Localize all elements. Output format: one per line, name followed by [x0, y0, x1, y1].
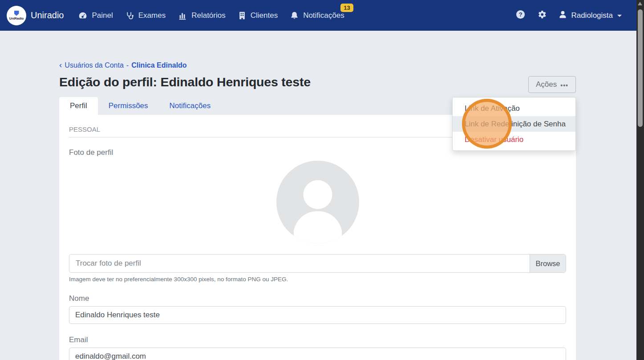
scrollbar[interactable] [636, 0, 644, 360]
help-icon: ? [515, 9, 526, 21]
gear-icon [537, 9, 547, 21]
profile-panel: PESSOAL Foto de perfil Browse [59, 115, 576, 360]
nav-item-relatorios[interactable]: Relatórios [178, 11, 226, 20]
nav-label-painel: Painel [92, 11, 113, 20]
help-button[interactable]: ? [515, 9, 526, 21]
bell-icon [290, 11, 299, 20]
name-field-row: Nome [69, 294, 566, 324]
name-label: Nome [69, 294, 566, 303]
nav-label-notificacoes: Notificações [303, 11, 344, 20]
breadcrumb-back-link[interactable]: Usuários da Conta [65, 61, 124, 69]
breadcrumb-separator: - [126, 61, 129, 69]
tab-perfil[interactable]: Perfil [59, 97, 98, 115]
navbar-right: ? Radiologista [515, 9, 622, 21]
stethoscope-icon [125, 11, 134, 20]
email-label: Email [69, 336, 566, 344]
uniradio-logo-icon: UniRadio [7, 6, 26, 25]
actions-dropdown-menu: Link de Ativação Link de Redefinição de … [452, 97, 576, 151]
caret-down-icon [617, 15, 622, 17]
dashboard-icon [78, 11, 88, 20]
photo-file-field: Browse [69, 254, 566, 273]
svg-text:?: ? [519, 11, 522, 18]
nav-item-clientes[interactable]: Clientes [238, 11, 278, 20]
settings-button[interactable] [537, 9, 547, 21]
menu-item-link-redefinicao-senha[interactable]: Link de Redefinição de Senha [453, 116, 575, 132]
tab-permissoes[interactable]: Permissões [98, 97, 159, 115]
avatar-container [69, 161, 566, 245]
bar-chart-icon [178, 11, 187, 20]
scroll-up-arrow-icon[interactable] [638, 2, 642, 5]
nav-items: Painel Exames Relatórios Clientes [78, 11, 344, 20]
nav-item-notificacoes[interactable]: Notificações 13 [290, 11, 344, 20]
building-icon [238, 11, 247, 20]
breadcrumb: ‹ Usuários da Conta - Clinica Edinaldo [59, 61, 576, 69]
photo-help-text: Imagem deve ter no preferencialmente 300… [69, 276, 566, 283]
nav-item-exames[interactable]: Exames [125, 11, 166, 20]
page-title: Edição do perfil: Edinaldo Henriques tes… [59, 75, 576, 89]
email-field-row: Email [69, 336, 566, 360]
breadcrumb-account-link[interactable]: Clinica Edinaldo [131, 61, 186, 69]
nav-label-clientes: Clientes [251, 11, 278, 20]
chevron-left-icon: ‹ [59, 62, 62, 68]
scrollbar-thumb[interactable] [638, 9, 643, 127]
top-navbar: UniRadio Uniradio Painel Exames [0, 0, 636, 31]
menu-item-desativar-usuario[interactable]: Desativar usuário [453, 132, 575, 147]
nav-label-exames: Exames [138, 11, 166, 20]
user-menu[interactable]: Radiologista [558, 10, 622, 21]
main-content: ‹ Usuários da Conta - Clinica Edinaldo E… [59, 0, 576, 360]
brand-name: Uniradio [31, 10, 64, 20]
menu-item-link-ativacao[interactable]: Link de Ativação [453, 101, 575, 116]
ellipsis-icon: ••• [560, 82, 568, 89]
app-root: UniRadio Uniradio Painel Exames [0, 0, 644, 360]
actions-button-label: Ações [536, 80, 557, 89]
nav-label-relatorios: Relatórios [191, 11, 226, 20]
avatar [276, 237, 359, 245]
logo-shield-icon [14, 11, 19, 16]
browse-button[interactable]: Browse [530, 255, 566, 272]
actions-button[interactable]: Ações ••• [528, 76, 576, 93]
nav-item-painel[interactable]: Painel [78, 11, 113, 20]
name-input[interactable] [69, 306, 566, 324]
photo-file-input[interactable] [69, 255, 530, 272]
user-label: Radiologista [571, 11, 613, 20]
tab-notificacoes[interactable]: Notificações [159, 97, 222, 115]
email-input[interactable] [69, 348, 566, 360]
brand[interactable]: UniRadio Uniradio [7, 6, 64, 25]
logo-text: UniRadio [9, 16, 24, 20]
notifications-badge[interactable]: 13 [340, 4, 353, 12]
user-icon [558, 10, 567, 21]
